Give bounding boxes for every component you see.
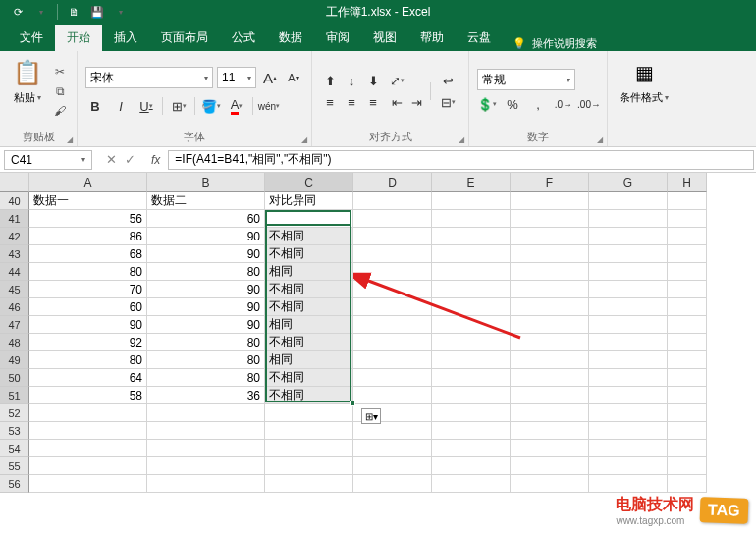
cell[interactable] [668,351,707,369]
cell[interactable] [589,457,668,475]
cell[interactable] [353,281,432,298]
align-left-button[interactable]: ≡ [320,92,340,112]
cell[interactable] [668,404,707,422]
cell[interactable] [668,369,707,387]
cell[interactable] [432,210,511,228]
row-header[interactable]: 43 [0,245,29,263]
row-header[interactable]: 53 [0,422,29,440]
cell[interactable] [668,422,707,440]
col-header[interactable]: C [265,173,353,192]
cell[interactable] [265,440,353,457]
column-headers[interactable]: ABCDEFGH [29,173,707,192]
cell[interactable] [353,263,432,281]
align-bottom-button[interactable]: ⬇ [363,71,383,90]
conditional-format-button[interactable]: ▦ 条件格式▾ [616,55,673,131]
cell[interactable]: 80 [29,263,147,281]
cell[interactable] [511,263,589,281]
cell[interactable]: 68 [29,245,147,263]
row-header[interactable]: 55 [0,457,29,475]
cell[interactable] [668,210,707,228]
ribbon-tab-9[interactable]: 云盘 [456,25,503,51]
cell[interactable]: 不相同 [265,228,353,245]
cell[interactable] [432,334,511,351]
cell[interactable] [511,228,589,245]
cell[interactable] [432,404,511,422]
autosave-icon[interactable]: ⟳ [10,4,26,20]
cell[interactable] [668,192,707,210]
cell[interactable] [668,263,707,281]
align-middle-button[interactable]: ↕ [342,71,361,90]
decrease-indent-button[interactable]: ⇤ [387,92,406,112]
cell[interactable] [353,369,432,387]
cell[interactable] [589,245,668,263]
cell[interactable]: 60 [29,298,147,316]
cell[interactable] [432,228,511,245]
row-header[interactable]: 49 [0,351,29,369]
cell[interactable]: 对比异同 [265,192,353,210]
cell[interactable]: 90 [147,245,265,263]
cell[interactable] [589,475,668,493]
cell[interactable] [29,440,147,457]
align-top-button[interactable]: ⬆ [320,71,340,90]
cell[interactable]: 64 [29,369,147,387]
cell[interactable] [432,422,511,440]
format-painter-button[interactable]: 🖌 [51,102,69,120]
new-file-icon[interactable]: 🗎 [66,4,81,20]
cell[interactable]: 60 [147,210,265,228]
ribbon-tab-4[interactable]: 公式 [220,25,267,51]
row-header[interactable]: 52 [0,404,29,422]
cell[interactable]: 58 [29,387,147,404]
row-header[interactable]: 50 [0,369,29,387]
cell[interactable] [511,298,589,316]
cell[interactable]: 80 [147,263,265,281]
increase-font-button[interactable]: A▴ [260,68,280,87]
cell[interactable]: 90 [147,281,265,298]
cell[interactable]: 80 [147,351,265,369]
cell[interactable]: 数据一 [29,192,147,210]
cell[interactable] [29,404,147,422]
ribbon-tab-1[interactable]: 开始 [55,25,102,51]
bold-button[interactable]: B [85,96,105,116]
cell[interactable] [265,422,353,440]
cell[interactable]: 不相同 [265,369,353,387]
cell[interactable] [353,210,432,228]
cell[interactable] [147,440,265,457]
cell[interactable] [589,192,668,210]
cell[interactable]: 80 [147,334,265,351]
fill-color-button[interactable]: 🪣▾ [201,96,221,116]
row-header[interactable]: 48 [0,334,29,351]
cell[interactable] [432,245,511,263]
row-header[interactable]: 44 [0,263,29,281]
select-all-corner[interactable] [0,173,29,192]
row-header[interactable]: 46 [0,298,29,316]
cell[interactable]: 90 [147,228,265,245]
cell[interactable] [147,404,265,422]
decrease-decimal-button[interactable]: .00→ [579,94,599,114]
cell[interactable] [265,457,353,475]
cell[interactable] [432,475,511,493]
ribbon-tab-0[interactable]: 文件 [8,25,55,51]
font-name-select[interactable]: 宋体▾ [85,67,213,88]
cell[interactable]: 90 [29,316,147,334]
cell[interactable] [511,475,589,493]
comma-format-button[interactable]: , [528,94,548,114]
row-header[interactable]: 51 [0,387,29,404]
cell[interactable]: 不相同 [265,387,353,404]
align-right-button[interactable]: ≡ [363,92,383,112]
spreadsheet-grid[interactable]: ABCDEFGH 4041424344454647484950515253545… [0,173,756,526]
cell[interactable]: 80 [29,351,147,369]
cell[interactable]: 不相同 [265,210,353,228]
cell[interactable] [589,422,668,440]
cell[interactable]: 56 [29,210,147,228]
cell[interactable]: 相同 [265,316,353,334]
cell[interactable] [511,351,589,369]
font-size-select[interactable]: 11▾ [217,67,256,88]
cell[interactable] [511,457,589,475]
cell[interactable] [147,422,265,440]
cell[interactable] [353,422,432,440]
cell[interactable]: 90 [147,316,265,334]
autofill-options-button[interactable]: ⊞▾ [361,408,381,424]
cell[interactable] [432,351,511,369]
copy-button[interactable]: ⧉ [51,82,69,100]
cell[interactable]: 86 [29,228,147,245]
